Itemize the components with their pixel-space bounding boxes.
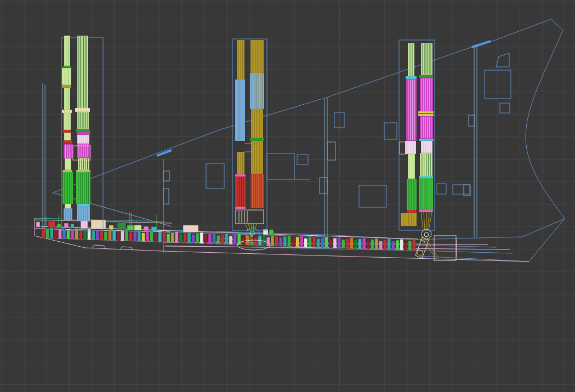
deck-cargo-block — [92, 231, 95, 240]
deck-cargo-block — [154, 233, 157, 242]
deck-equipment-item — [36, 222, 40, 228]
deck-cargo-block — [388, 239, 391, 250]
wireframe-scene — [0, 0, 575, 392]
deck-cargo-block — [183, 233, 186, 243]
deck-cargo-block — [196, 234, 199, 243]
mast-segment — [62, 68, 71, 85]
deck-cargo-block — [221, 234, 224, 244]
mast-segment — [64, 113, 71, 130]
deck-cargo-block — [67, 230, 70, 239]
deck-cargo-block — [292, 238, 295, 247]
deck-cargo-block — [404, 242, 407, 251]
mast-tower-main — [232, 39, 270, 250]
deck-cargo-block — [396, 240, 399, 250]
deck-cargo-block — [171, 232, 174, 242]
deck-equipment-item — [117, 223, 126, 230]
deck-equipment-item — [134, 225, 141, 230]
mast-segment — [64, 37, 70, 66]
deck-cargo-block — [300, 236, 303, 247]
deck-cargo-block — [242, 236, 245, 245]
mast-segment — [406, 79, 417, 141]
deck-cargo-block — [266, 237, 270, 246]
deck-cargo-block — [204, 235, 207, 243]
mast-segment — [65, 158, 71, 170]
deck-cargo-block — [234, 235, 237, 245]
deck-cargo-block — [341, 240, 345, 248]
deck-cargo-block — [54, 230, 58, 238]
deck-cargo-block — [367, 240, 370, 249]
deck-cargo-block — [192, 235, 195, 243]
deck-cargo-block — [225, 234, 228, 245]
deck-cargo-block — [121, 231, 124, 241]
deck-cargo-block — [350, 237, 353, 248]
mast-segment — [64, 36, 70, 37]
deck-cargo-block — [321, 238, 324, 248]
deck-cargo-block — [117, 232, 120, 241]
deck-cargo-block — [263, 235, 266, 246]
deck-equipment-item — [81, 220, 88, 229]
mast-segment — [421, 141, 432, 153]
mast-segment — [418, 111, 434, 113]
deck-cargo-block — [283, 236, 287, 246]
deck-cargo-block — [275, 235, 278, 246]
mast-segment — [64, 88, 70, 110]
mast-segment — [235, 79, 245, 141]
deck-cargo-block — [100, 229, 103, 240]
mast-segment — [418, 114, 434, 116]
deck-cargo-block — [325, 237, 328, 248]
mast-segment — [419, 210, 433, 212]
mast-segment — [62, 66, 71, 68]
deck-equipment-item — [269, 230, 274, 235]
mast-segment — [62, 85, 71, 88]
deck-cargo-block — [287, 236, 291, 247]
deck-cargo-block — [96, 230, 99, 240]
deck-cargo-block — [213, 233, 216, 244]
mast-segment — [408, 154, 415, 179]
deck-cargo-block — [362, 238, 366, 249]
deck-cargo-block — [338, 237, 341, 248]
deck-cargo-block — [358, 239, 362, 249]
deck-cargo-block — [179, 234, 183, 243]
deck-cargo-block — [42, 230, 45, 238]
mast-segment — [407, 210, 417, 213]
deck-cargo-block — [271, 236, 274, 246]
mast-segment — [408, 43, 414, 76]
deck-cargo-block — [141, 233, 145, 242]
deck-cargo-block — [329, 239, 332, 248]
viewport-3d[interactable] — [0, 0, 575, 392]
deck-cargo-block — [379, 241, 383, 249]
deck-cargo-block — [371, 240, 374, 249]
deck-cargo-block — [162, 231, 166, 242]
deck-cargo-block — [346, 238, 349, 248]
mast-segment — [76, 170, 90, 172]
mast-segment — [62, 130, 71, 133]
mast-segment — [62, 170, 72, 172]
deck-cargo-block — [138, 230, 141, 241]
deck-cargo-block — [308, 237, 311, 247]
deck-equipment-item — [183, 225, 198, 232]
mast-segment — [75, 108, 90, 112]
deck-cargo-block — [158, 232, 162, 242]
deck-cargo-block — [296, 237, 299, 247]
mast-segment — [235, 174, 246, 177]
mast-segment — [406, 76, 417, 79]
mast-segment — [63, 140, 72, 144]
deck-cargo-block — [312, 236, 316, 247]
mast-segment — [419, 176, 433, 178]
deck-cargo-block — [167, 234, 170, 242]
mast-segment — [77, 132, 90, 135]
deck-cargo-block — [229, 236, 232, 245]
deck-cargo-block — [112, 230, 116, 241]
deck-cargo-block — [187, 232, 191, 243]
deck-cargo-block — [383, 240, 386, 249]
mast-segment — [419, 139, 434, 141]
deck-cargo-block — [333, 238, 337, 248]
mast-segment — [64, 208, 72, 220]
deck-cargo-block — [150, 231, 153, 242]
deck-cargo-block — [217, 235, 220, 244]
mast-segment — [64, 144, 73, 158]
deck-cargo-block — [133, 231, 136, 241]
deck-cargo-block — [279, 237, 282, 246]
deck-cargo-block — [375, 238, 378, 249]
deck-cargo-block — [304, 238, 308, 247]
